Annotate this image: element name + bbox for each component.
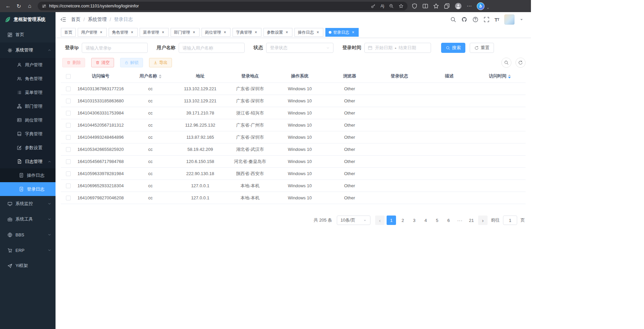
- tab-user-mgmt[interactable]: 用户管理×: [78, 28, 107, 37]
- login-ip-input[interactable]: [82, 43, 148, 53]
- browser-home-icon[interactable]: ⌂: [24, 1, 35, 11]
- page-5-button[interactable]: 5: [432, 216, 442, 225]
- close-tab-icon[interactable]: ×: [192, 30, 196, 35]
- next-page-button[interactable]: ›: [478, 216, 488, 225]
- tab-post-mgmt[interactable]: 岗位管理×: [202, 28, 230, 37]
- help-icon[interactable]: [472, 17, 478, 23]
- collapse-sidebar-icon[interactable]: [60, 17, 66, 23]
- column-header-time[interactable]: 访问时间: [474, 70, 526, 83]
- table-row[interactable]: 1641044520567181312cc112.96.225.132广东省-广…: [61, 119, 526, 131]
- sidebar-item-dept-mgmt[interactable]: 部门管理: [0, 99, 56, 113]
- github-icon[interactable]: [461, 17, 467, 23]
- sidebar-item-post-mgmt[interactable]: 岗位管理: [0, 113, 56, 127]
- font-size-icon[interactable]: TT: [495, 17, 499, 23]
- breadcrumb-item[interactable]: 首页: [71, 17, 80, 23]
- search-button[interactable]: 搜索: [441, 43, 465, 53]
- back-icon[interactable]: ←: [3, 1, 13, 11]
- page-3-button[interactable]: 3: [409, 216, 419, 225]
- row-checkbox[interactable]: [66, 123, 71, 128]
- export-button[interactable]: 导出: [149, 58, 172, 67]
- tab-role-mgmt[interactable]: 角色管理×: [109, 28, 138, 37]
- status-select[interactable]: 登录状态: [266, 43, 333, 53]
- unlock-button[interactable]: 解锁: [120, 58, 143, 67]
- page-1-button[interactable]: 1: [387, 216, 396, 225]
- prev-page-button[interactable]: ‹: [375, 216, 385, 225]
- sidebar-item-operation-log[interactable]: 操作日志: [0, 168, 56, 182]
- row-checkbox[interactable]: [66, 196, 71, 200]
- table-row[interactable]: 1641043063331753984cc39.171.210.78浙江省-绍兴…: [61, 107, 526, 119]
- table-row[interactable]: 1641069652933218304cc127.0.0.1本地-本机Windo…: [61, 180, 526, 192]
- sidebar-item-home[interactable]: 首页: [0, 27, 56, 42]
- table-row[interactable]: 1641031533185863680cc113.102.129.221广东省-…: [61, 95, 526, 107]
- app-logo[interactable]: 意框架管理系统: [0, 12, 56, 27]
- page-size-select[interactable]: 10条/页: [337, 216, 370, 225]
- tab-dict-mgmt[interactable]: 字典管理×: [232, 28, 261, 37]
- sidebar-item-login-log[interactable]: 登录日志: [0, 182, 56, 196]
- reload-icon[interactable]: ↻: [13, 1, 24, 11]
- row-checkbox[interactable]: [66, 159, 71, 164]
- tab-home[interactable]: 首页: [61, 28, 76, 37]
- page-4-button[interactable]: 4: [421, 216, 430, 225]
- browser-essentials-icon[interactable]: [412, 3, 418, 9]
- sidebar-item-system-monitor[interactable]: 系统监控: [0, 196, 56, 211]
- close-tab-icon[interactable]: ×: [254, 30, 258, 35]
- sort-carets[interactable]: [159, 74, 162, 78]
- username-input[interactable]: [179, 43, 245, 53]
- clear-button[interactable]: 清空: [91, 58, 114, 67]
- row-checkbox[interactable]: [66, 171, 71, 176]
- header-search-icon[interactable]: [450, 17, 456, 23]
- close-tab-icon[interactable]: ×: [316, 30, 320, 35]
- tab-operation-log[interactable]: 操作日志×: [294, 28, 323, 37]
- sidebar-item-yi-framework[interactable]: Yi框架: [0, 258, 56, 273]
- sidebar-item-param-settings[interactable]: 参数设置: [0, 141, 56, 155]
- browser-menu-icon[interactable]: ⋯: [467, 3, 472, 9]
- close-tab-icon[interactable]: ×: [285, 30, 289, 35]
- tab-login-log[interactable]: 登录日志×: [325, 28, 359, 37]
- page-21-button[interactable]: 21: [467, 216, 476, 225]
- more-pages-button[interactable]: ···: [455, 216, 465, 225]
- row-checkbox[interactable]: [66, 184, 71, 188]
- column-header-user[interactable]: 用户名称: [126, 70, 175, 83]
- tab-param-settings[interactable]: 参数设置×: [263, 28, 292, 37]
- sidebar-item-dict-mgmt[interactable]: 字典管理: [0, 127, 56, 141]
- sidebar-item-user-mgmt[interactable]: 用户管理: [0, 58, 56, 72]
- close-tab-icon[interactable]: ×: [351, 30, 355, 35]
- favorites-icon[interactable]: [433, 3, 439, 9]
- delete-button[interactable]: 删除: [62, 58, 85, 67]
- sidebar-item-erp[interactable]: ERP: [0, 242, 56, 258]
- table-row[interactable]: 1641053426655825920cc58.19.42.209湖北省-武汉市…: [61, 143, 526, 156]
- sort-carets[interactable]: [508, 74, 511, 78]
- page-2-button[interactable]: 2: [398, 216, 407, 225]
- read-aloud-icon[interactable]: A): [381, 4, 384, 8]
- tab-dept-mgmt[interactable]: 部门管理×: [171, 28, 200, 37]
- table-row[interactable]: 1641069798270046208cc127.0.0.1本地-本机Windo…: [61, 192, 526, 204]
- select-all-checkbox[interactable]: [66, 74, 71, 79]
- split-screen-icon[interactable]: [422, 3, 428, 9]
- close-tab-icon[interactable]: ×: [161, 30, 165, 35]
- row-checkbox[interactable]: [66, 147, 71, 152]
- table-row[interactable]: 1641059633978281984cc222.90.130.18陕西省-西安…: [61, 168, 526, 180]
- row-checkbox[interactable]: [66, 87, 71, 91]
- sidebar-item-role-mgmt[interactable]: 角色管理: [0, 72, 56, 86]
- table-row[interactable]: 1641044993248464896cc113.87.92.165广东省-深圳…: [61, 131, 526, 143]
- user-avatar[interactable]: [504, 14, 514, 25]
- refresh-table-button[interactable]: [515, 58, 526, 68]
- sidebar-item-log-mgmt[interactable]: 日志管理: [0, 155, 56, 168]
- profile-avatar[interactable]: [455, 2, 462, 10]
- fullscreen-icon[interactable]: [484, 17, 490, 23]
- row-checkbox[interactable]: [66, 99, 71, 103]
- show-search-button[interactable]: [501, 58, 511, 68]
- address-bar[interactable]: https://ccnetcore.com:1101/system/log/lo…: [38, 2, 407, 10]
- close-tab-icon[interactable]: ×: [99, 30, 103, 35]
- login-time-range[interactable]: 开始日期 - 结束日期: [364, 43, 431, 53]
- close-tab-icon[interactable]: ×: [223, 30, 227, 35]
- collections-icon[interactable]: [444, 3, 450, 9]
- sidebar-item-menu-mgmt[interactable]: 菜单管理: [0, 86, 56, 99]
- row-checkbox[interactable]: [66, 111, 71, 116]
- password-key-icon[interactable]: [371, 4, 375, 8]
- page-6-button[interactable]: 6: [444, 216, 453, 225]
- table-row[interactable]: 1641054566717984768cc120.6.150.158河北省-秦皇…: [61, 156, 526, 168]
- row-checkbox[interactable]: [66, 135, 71, 140]
- zoom-icon[interactable]: [389, 4, 394, 8]
- goto-page-input[interactable]: [503, 216, 517, 225]
